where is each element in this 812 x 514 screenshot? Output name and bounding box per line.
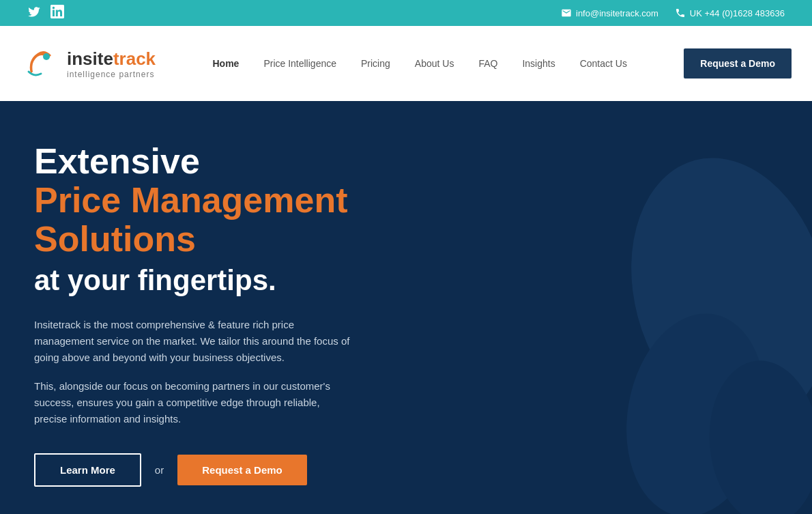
hero-actions: Learn More or Request a Demo xyxy=(34,453,389,487)
linkedin-icon xyxy=(50,5,64,18)
or-divider: or xyxy=(155,464,164,476)
logo-icon xyxy=(20,43,61,84)
phone-number: UK +44 (0)1628 483636 xyxy=(690,8,785,18)
email-link[interactable]: info@insitetrack.com xyxy=(561,8,658,18)
learn-more-button[interactable]: Learn More xyxy=(34,453,141,487)
logo[interactable]: insitetrack Intelligence partners xyxy=(20,43,156,84)
nav-contact-us[interactable]: Contact Us xyxy=(569,53,638,74)
nav-faq[interactable]: FAQ xyxy=(467,53,508,74)
top-bar: info@insitetrack.com UK +44 (0)1628 4836… xyxy=(0,0,812,26)
hero-description-2: This, alongside our focus on becoming pa… xyxy=(34,378,355,427)
hero-title-extensive: Extensive xyxy=(34,142,389,181)
nav-pricing[interactable]: Pricing xyxy=(350,53,401,74)
nav-home[interactable]: Home xyxy=(201,53,250,74)
hero-title-solutions: Solutions xyxy=(34,220,389,259)
hero-request-demo-button[interactable]: Request a Demo xyxy=(177,455,307,485)
hero-section: Extensive Price Management Solutions at … xyxy=(0,101,812,514)
logo-tagline: Intelligence partners xyxy=(67,70,156,79)
svg-point-1 xyxy=(43,53,50,60)
nav-about-us[interactable]: About Us xyxy=(404,53,465,74)
hero-title-fingertips: at your fingertips. xyxy=(34,263,389,298)
hero-content: Extensive Price Management Solutions at … xyxy=(34,142,389,487)
logo-text: insitetrack Intelligence partners xyxy=(67,48,156,79)
twitter-icon xyxy=(27,5,41,18)
nav-request-demo-button[interactable]: Request a Demo xyxy=(684,48,792,78)
twitter-link[interactable] xyxy=(27,5,41,21)
mail-icon xyxy=(561,8,572,18)
phone-icon xyxy=(675,8,686,18)
hero-decorative-shape xyxy=(573,156,812,514)
hero-description-1: Insitetrack is the most comprehensive & … xyxy=(34,317,355,366)
contact-info: info@insitetrack.com UK +44 (0)1628 4836… xyxy=(561,8,785,18)
hero-title-price-management: Price Management xyxy=(34,181,389,220)
navbar: insitetrack Intelligence partners Home P… xyxy=(0,26,812,101)
phone-link[interactable]: UK +44 (0)1628 483636 xyxy=(675,8,785,18)
email-address: info@insitetrack.com xyxy=(576,8,658,18)
logo-name: insitetrack xyxy=(67,48,156,70)
nav-links: Home Price Intelligence Pricing About Us… xyxy=(201,53,637,74)
linkedin-link[interactable] xyxy=(50,5,64,21)
hero-title: Extensive Price Management Solutions at … xyxy=(34,142,389,298)
nav-price-intelligence[interactable]: Price Intelligence xyxy=(252,53,347,74)
nav-insights[interactable]: Insights xyxy=(511,53,566,74)
social-links xyxy=(27,5,64,21)
